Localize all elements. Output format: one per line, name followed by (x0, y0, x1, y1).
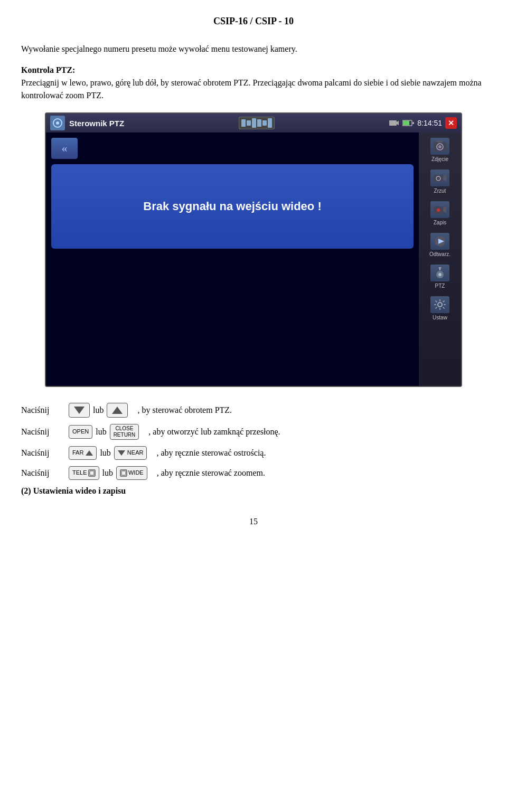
instruction-text-4: , aby ręcznie sterować zoomem. (157, 467, 265, 479)
section2-header: (2) Ustawienia wideo i zapisu (21, 486, 486, 496)
device-main-view: « Brak sygnału na wejściu wideo ! (46, 133, 419, 386)
record-icon (430, 201, 449, 218)
device-title: Sterownik PTZ (69, 119, 124, 128)
svg-rect-6 (412, 122, 414, 124)
camera-icon (430, 169, 449, 186)
svg-marker-12 (443, 175, 446, 181)
instructions-section: Naciśnij lub , by sterować obrotem PTZ. … (21, 403, 486, 496)
instruction-row-2: Naciśnij OPEN lub CLOSERETURN , aby otwo… (21, 424, 486, 440)
lub-text-2: lub (96, 426, 106, 438)
no-signal-text: Brak sygnału na wejściu wideo ! (143, 200, 321, 213)
svg-rect-2 (389, 120, 397, 126)
lub-text-4: lub (102, 467, 113, 479)
ustaw-label: Ustaw (433, 315, 447, 320)
svg-point-21 (438, 303, 442, 307)
instruction-row-1: Naciśnij lub , by sterować obrotem PTZ. (21, 403, 486, 418)
ptz-app-icon (50, 116, 65, 130)
btn-group-4: TELE lub WIDE (69, 466, 147, 480)
svg-rect-23 (90, 471, 94, 475)
near-triangle-icon (118, 450, 125, 456)
device-body: « Brak sygnału na wejściu wideo ! (46, 133, 461, 386)
titlebar-left: Sterownik PTZ (50, 116, 124, 130)
ptz-label: PTZ (435, 283, 445, 289)
btn-group-2: OPEN lub CLOSERETURN (69, 424, 139, 440)
ptz-header: Kontrola PTZ: (21, 65, 75, 74)
page-number: 15 (21, 517, 486, 526)
zrzut-label: Zrzut (434, 188, 446, 194)
svg-point-16 (437, 209, 440, 212)
device-titlebar: Sterownik PTZ (46, 114, 461, 133)
wide-btn[interactable]: WIDE (116, 466, 147, 480)
down-triangle-btn[interactable] (69, 403, 90, 418)
tele-btn[interactable]: TELE (69, 466, 99, 480)
close-return-btn[interactable]: CLOSERETURN (110, 424, 139, 440)
lub-text-3: lub (100, 447, 110, 459)
sidebar-btn-zapis[interactable]: Zapis (421, 198, 459, 229)
svg-rect-11 (434, 175, 443, 182)
far-btn[interactable]: FAR (69, 446, 97, 460)
back-arrow-button[interactable]: « (51, 138, 78, 159)
instruction-text-2: , aby otworzyć lub zamknąć przesłonę. (148, 426, 280, 438)
svg-marker-3 (397, 121, 399, 125)
ptz-icon (430, 265, 449, 281)
photo-label: Zdjęcie (431, 156, 448, 162)
play-icon (430, 233, 449, 250)
instruction-row-4: Naciśnij TELE lub WIDE , aby ręcznie ste… (21, 466, 486, 480)
down-triangle-icon (74, 407, 84, 414)
svg-rect-10 (437, 140, 443, 143)
zapis-label: Zapis (434, 220, 446, 225)
nacis-label-1: Naciśnij (21, 404, 63, 416)
open-btn[interactable]: OPEN (69, 425, 92, 439)
up-triangle-btn[interactable] (107, 403, 128, 418)
sidebar-btn-ptz[interactable]: PTZ (421, 261, 459, 292)
device-time: 8:14:51 (417, 119, 442, 127)
close-button[interactable]: ✕ (445, 117, 457, 129)
device-sidebar: Zdjęcie Zrzut (419, 133, 461, 386)
far-triangle-icon (86, 450, 93, 456)
ptz-section: Kontrola PTZ: Przeciągnij w lewo, prawo,… (21, 64, 486, 102)
odtwarz-label: Odtwarz. (429, 251, 450, 257)
instruction-text-3: , aby ręcznie sterować ostrością. (156, 447, 266, 459)
titlebar-right: 8:14:51 ✕ (389, 117, 457, 129)
up-triangle-icon (112, 407, 123, 414)
sidebar-btn-odtwarz[interactable]: Odtwarz. (421, 230, 459, 260)
sidebar-btn-photo[interactable]: Zdjęcie (421, 135, 459, 165)
page-title: CSIP-16 / CSIP - 10 (21, 16, 486, 27)
sidebar-btn-ustaw[interactable]: Ustaw (421, 293, 459, 324)
photo-icon (430, 138, 449, 155)
svg-rect-25 (121, 471, 126, 475)
btn-group-3: FAR lub NEAR (69, 446, 147, 460)
svg-rect-5 (403, 121, 409, 125)
intro-paragraph: Wywołanie specjalnego numeru presetu moż… (21, 43, 486, 55)
ptz-description: Przeciągnij w lewo, prawo, górę lub dół,… (21, 78, 482, 100)
nacis-label-2: Naciśnij (21, 426, 63, 438)
instruction-row-3: Naciśnij FAR lub NEAR , aby ręcznie ster… (21, 446, 486, 460)
lub-text-1: lub (93, 404, 104, 416)
svg-marker-15 (443, 206, 446, 213)
svg-point-1 (56, 121, 59, 125)
nacis-label-4: Naciśnij (21, 467, 63, 479)
settings-icon (430, 296, 449, 313)
sidebar-btn-zrzut[interactable]: Zrzut (421, 166, 459, 197)
titlebar-center (239, 117, 275, 129)
nacis-label-3: Naciśnij (21, 447, 63, 459)
svg-point-9 (438, 145, 442, 148)
instruction-text-1: , by sterować obrotem PTZ. (137, 404, 232, 416)
no-signal-box: Brak sygnału na wejściu wideo ! (51, 164, 414, 249)
btn-group-1: lub (69, 403, 128, 418)
near-btn[interactable]: NEAR (114, 446, 147, 460)
svg-point-20 (438, 273, 442, 276)
device-screenshot: Sterownik PTZ (45, 112, 462, 387)
